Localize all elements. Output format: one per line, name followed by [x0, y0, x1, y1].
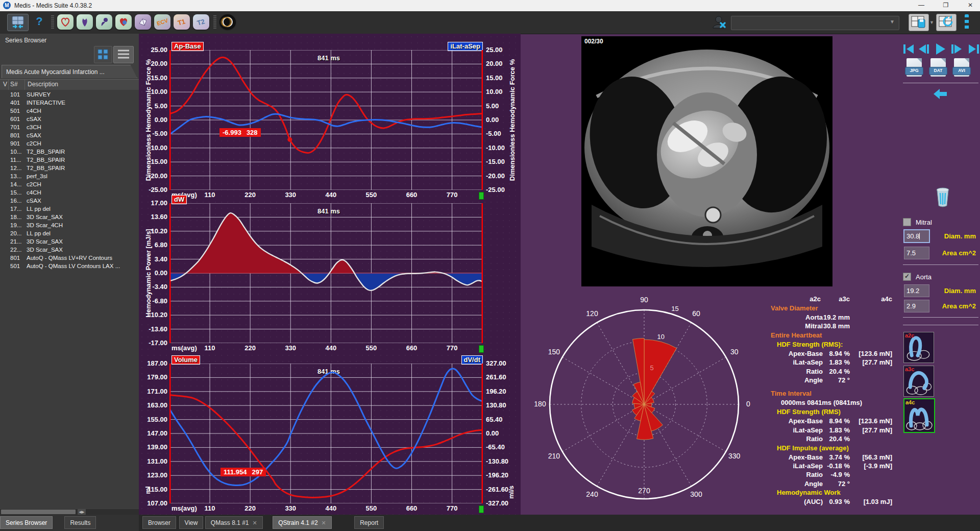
measurement-row: Ratio20.4 %	[766, 435, 899, 444]
close-tab-icon[interactable]: ✕	[253, 520, 257, 526]
measurement-row: Apex-Base8.94 %[123.6 mN]	[766, 417, 899, 426]
tab-qmass-8-1-1[interactable]: QMass 8.1 #1✕	[205, 516, 263, 529]
y-axis-title: ml	[144, 486, 152, 494]
hdf-charts-panel[interactable]: 25.0020.0015.0010.005.000.00-5.00-10.00-…	[139, 34, 521, 515]
tab-series-browser[interactable]: Series Browser	[0, 516, 53, 529]
y-axis-tick-right: 261.60	[486, 373, 517, 381]
medis-suite-window: { "window": {"title": "Medis - Medis Sui…	[0, 0, 980, 531]
list-view-button[interactable]	[113, 46, 134, 63]
mitral-diameter-field[interactable]: 30.8	[904, 230, 929, 243]
x-axis-tick: 660	[399, 191, 425, 199]
aorta-diameter-field[interactable]: 19.2	[904, 284, 929, 297]
study-tab[interactable]: Medis Acute Myocardial Infarction ...	[2, 65, 137, 78]
scrollbar-arrows[interactable]: ◀▶	[78, 509, 86, 515]
session-combobox[interactable]: ▼	[731, 16, 899, 30]
curve-volume	[169, 395, 483, 498]
playback-controls[interactable]	[903, 43, 980, 55]
aorta-area-unit: Area cm^2	[940, 302, 976, 310]
mesh-app-icon[interactable]	[135, 14, 151, 30]
chevron-down-icon[interactable]: ▼	[929, 20, 934, 25]
series-row[interactable]: 401INTERACTIVE	[0, 99, 139, 107]
close-tab-icon[interactable]: ✕	[322, 520, 326, 526]
view-thumbnail-a2c[interactable]: a2c	[903, 332, 934, 363]
reset-layout-button[interactable]	[936, 14, 957, 31]
qflow-app-icon[interactable]	[77, 14, 93, 30]
help-button[interactable]: ?	[33, 14, 46, 30]
series-row[interactable]: 18...3D Scar_SAX	[0, 213, 139, 222]
chart-plot-volume[interactable]	[169, 364, 483, 503]
tab-browser[interactable]: Browser	[142, 516, 176, 529]
series-row[interactable]: 15...c4CH	[0, 189, 139, 197]
tab-qstrain-4-1-2[interactable]: QStrain 4.1 #2✕	[273, 516, 332, 529]
mitral-area-field[interactable]: 7.5	[904, 247, 929, 259]
series-row[interactable]: 16...cSAX	[0, 197, 139, 205]
spacer	[766, 385, 899, 390]
series-row[interactable]: 12...T2_BB_SPAIR	[0, 164, 139, 173]
back-arrow-button[interactable]	[933, 87, 948, 101]
series-row[interactable]: 19...3D Scar_4CH	[0, 222, 139, 230]
y-axis-tick: 107.00	[141, 499, 167, 507]
measurement-row: Time Interval	[766, 390, 899, 399]
x-axis-tick: 330	[278, 344, 303, 352]
t2-app-icon[interactable]: T2	[193, 14, 209, 30]
series-row[interactable]: 13...perf_3sl	[0, 173, 139, 181]
series-row[interactable]: 21...3D Scar_SAX	[0, 238, 139, 246]
grid-view-button[interactable]	[94, 46, 112, 63]
series-row[interactable]: 901c2CH	[0, 140, 139, 148]
series-row[interactable]: 14...c2CH	[0, 181, 139, 189]
mri-viewport[interactable]	[581, 36, 832, 286]
tab-view[interactable]: View	[179, 516, 204, 529]
measurement-row: Angle72 °	[766, 480, 899, 489]
series-row[interactable]: 101SURVEY	[0, 91, 139, 99]
qmass-app-icon[interactable]	[57, 14, 74, 30]
series-row[interactable]: 801AutoQ - QMass LV+RV Contours	[0, 254, 139, 262]
minimize-button[interactable]: —	[914, 0, 929, 11]
save-layout-button[interactable]	[909, 14, 929, 31]
series-number: 401	[10, 100, 20, 106]
rings-logo-icon[interactable]	[219, 14, 236, 30]
series-row[interactable]: 501c4CH	[0, 107, 139, 115]
play-icon	[936, 43, 945, 55]
data-point-marker	[287, 137, 292, 142]
delete-trash-button[interactable]	[936, 187, 950, 207]
restore-button[interactable]: ❐	[938, 0, 953, 11]
series-row[interactable]: 20...LL pp del	[0, 230, 139, 238]
frame-marker[interactable]	[479, 192, 484, 200]
close-button[interactable]: ✕	[963, 0, 978, 11]
t1-app-icon[interactable]: T1	[174, 14, 190, 30]
chart-plot-hdf[interactable]	[169, 50, 483, 190]
sidebar-horizontal-scrollbar[interactable]: ◀▶	[0, 509, 139, 515]
frame-marker[interactable]	[479, 345, 484, 353]
frame-marker[interactable]	[479, 505, 484, 513]
scrollbar-thumb[interactable]	[1, 510, 76, 514]
view-thumbnail-a3c[interactable]: a3c	[903, 366, 934, 397]
series-row[interactable]: 701c3CH	[0, 124, 139, 132]
tab-report[interactable]: Report	[354, 516, 384, 529]
aorta-area-field[interactable]: 2.9	[904, 300, 929, 312]
qstrain-app-icon[interactable]	[96, 14, 112, 30]
export-avi-button[interactable]: AVI	[954, 58, 969, 77]
series-row[interactable]: 11...T2_BB_SPAIR	[0, 156, 139, 164]
series-row[interactable]: 501AutoQ - QMass LV Contours LAX ...	[0, 262, 139, 271]
series-row[interactable]: 601cSAX	[0, 115, 139, 124]
overflow-menu-icon[interactable]	[965, 14, 969, 31]
measurement-row: iLat-aSep1.83 %[27.7 mN]	[766, 426, 899, 435]
export-jpg-button[interactable]: JPG	[906, 58, 922, 77]
view-thumbnail-a4c[interactable]: a4c	[903, 398, 935, 433]
ecv-app-icon[interactable]: ECV	[154, 14, 170, 30]
series-row[interactable]: 10...T2_BB_SPAIR	[0, 148, 139, 156]
series-row[interactable]: 801cSAX	[0, 132, 139, 140]
mitral-checkbox[interactable]	[903, 218, 911, 226]
series-row[interactable]: 22...3D Scar_SAX	[0, 246, 139, 254]
series-row[interactable]: 17...LL pp del	[0, 205, 139, 213]
series-description: INTERACTIVE	[27, 100, 65, 106]
chart-plot-dw[interactable]	[169, 203, 483, 343]
user-logout-icon[interactable]	[710, 14, 729, 30]
tab-results[interactable]: Results	[64, 516, 96, 529]
export-dat-button[interactable]: DAT	[930, 58, 946, 77]
layout-button[interactable]	[7, 14, 29, 31]
aorta-checkbox[interactable]: ✓	[903, 273, 911, 281]
series-table-header[interactable]: V S# Description	[0, 79, 139, 90]
tooltip-value: -6.993	[223, 129, 241, 136]
function-app-icon[interactable]	[115, 14, 132, 30]
